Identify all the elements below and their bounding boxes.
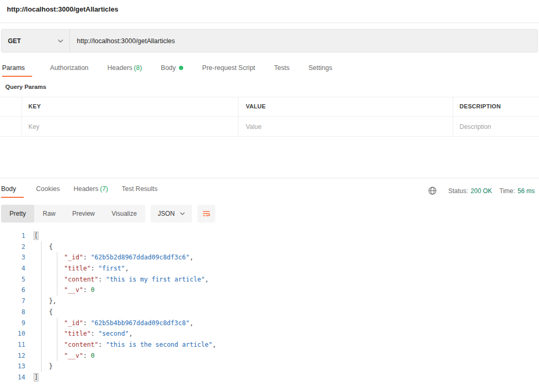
key-input[interactable]: Key (28, 123, 39, 130)
time-value: 56 ms (517, 187, 535, 195)
code-line: 6 "__v": 0 (0, 285, 539, 296)
line-number: 10 (0, 328, 25, 339)
response-tab-cookies[interactable]: Cookies (36, 185, 61, 197)
code-line: 2 { (0, 242, 539, 253)
line-number: 6 (0, 285, 25, 296)
code-lines: 1[2 {3 "_id": "62b5b2d8967ddad09c8df3c6"… (0, 230, 539, 383)
method-dropdown[interactable]: GET (2, 29, 70, 52)
tab-body[interactable]: Body (161, 64, 185, 76)
line-number: 13 (0, 361, 25, 372)
code-line: 3 "_id": "62b5b2d8967ddad09c8df3c6", (0, 252, 539, 263)
view-pretty[interactable]: Pretty (1, 205, 34, 223)
chevron-down-icon (58, 39, 63, 43)
code-line: 8 { (0, 307, 539, 318)
code-line: 11 "content": "this is the second articl… (0, 339, 539, 350)
view-visualize[interactable]: Visualize (103, 205, 145, 223)
view-preview[interactable]: Preview (64, 205, 103, 223)
code-line: 13 } (0, 361, 539, 372)
response-headers-count: (7) (100, 185, 108, 193)
line-number: 7 (0, 296, 25, 307)
tab-tests[interactable]: Tests (274, 64, 291, 76)
status-value: 200 OK (471, 187, 492, 195)
response-body-viewer: 1[2 {3 "_id": "62b5b2d8967ddad09c8df3c6"… (0, 227, 539, 388)
code-line: 10 "title": "second", (0, 328, 539, 339)
chevron-down-icon (180, 212, 185, 215)
language-label: JSON (158, 210, 175, 217)
view-mode-bar: Pretty Raw Preview Visualize JSON (1, 205, 215, 223)
code-line: 5 "content": "this is my first article", (0, 274, 539, 285)
response-tab-body[interactable]: Body (1, 185, 24, 198)
query-params-table: KEY VALUE DESCRIPTION Key Value Descript… (0, 97, 539, 136)
request-tabs: Params Authorization Headers(8) Body Pre… (2, 64, 333, 77)
response-tab-test-results[interactable]: Test Results (122, 185, 158, 197)
code-line: 14] (0, 372, 539, 383)
code-line: 1[ (0, 230, 539, 242)
headers-count: (8) (134, 64, 142, 72)
view-raw[interactable]: Raw (34, 205, 64, 223)
tab-params[interactable]: Params (2, 64, 32, 77)
indent-guide (41, 242, 42, 372)
header-divider (0, 23, 539, 23)
code-line: 12 "__v": 0 (0, 350, 539, 361)
request-tab-title[interactable]: http://localhost:3000/getAllarticles (7, 5, 118, 13)
column-header-key: KEY (28, 103, 41, 109)
tab-authorization[interactable]: Authorization (50, 64, 89, 76)
response-divider (0, 178, 539, 178)
status-label: Status: (448, 187, 468, 195)
url-bar: GET http://localhost:3000/getAllarticles (1, 29, 538, 53)
column-header-value: VALUE (246, 103, 266, 109)
response-tabs: Body Cookies Headers(7) Test Results (1, 185, 158, 198)
code-line: 4 "title": "first", (0, 263, 539, 274)
wrap-lines-icon (202, 209, 211, 218)
value-input[interactable]: Value (246, 123, 262, 130)
response-meta: Status: 200 OK Time: 56 ms (428, 186, 535, 195)
code-line: 7 }, (0, 296, 539, 307)
line-number: 8 (0, 307, 25, 318)
line-number: 5 (0, 274, 25, 285)
indent-guide (57, 318, 57, 361)
globe-icon[interactable] (428, 186, 437, 195)
line-number: 4 (0, 263, 25, 274)
line-number: 11 (0, 339, 25, 350)
method-label: GET (8, 37, 21, 45)
language-dropdown[interactable]: JSON (151, 205, 192, 223)
line-number: 3 (0, 252, 25, 263)
line-number: 1 (0, 230, 25, 242)
wrap-lines-button[interactable] (197, 205, 215, 223)
indent-guide (57, 252, 57, 296)
tab-settings[interactable]: Settings (308, 64, 333, 76)
body-dot-icon (179, 66, 183, 70)
line-number: 14 (0, 372, 25, 383)
tab-pre-request-script[interactable]: Pre-request Script (202, 64, 256, 76)
view-mode-group: Pretty Raw Preview Visualize (1, 205, 145, 223)
line-number: 9 (0, 318, 25, 329)
line-number: 12 (0, 350, 25, 361)
line-number: 2 (0, 242, 25, 253)
response-tab-headers[interactable]: Headers(7) (74, 185, 109, 197)
tab-headers[interactable]: Headers(8) (107, 64, 143, 76)
code-line: 9 "_id": "62b5b4bb967ddad09c8df3c8", (0, 318, 539, 329)
query-params-label: Query Params (5, 84, 46, 90)
url-input[interactable]: http://localhost:3000/getAllarticles (70, 37, 537, 45)
description-input[interactable]: Description (460, 123, 491, 130)
column-header-description: DESCRIPTION (460, 103, 501, 109)
time-label: Time: (500, 187, 515, 195)
